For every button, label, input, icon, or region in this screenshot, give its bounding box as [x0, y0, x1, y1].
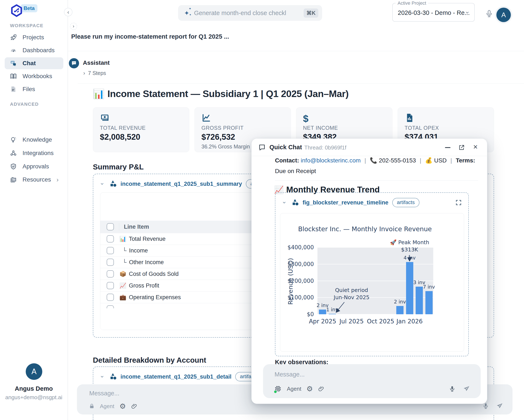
agent-mode-label[interactable]: Agent	[100, 403, 114, 410]
column-header-line-item: Line Item	[124, 223, 149, 230]
sidebar-item-resources[interactable]: Resources›	[5, 174, 63, 186]
mic-icon[interactable]	[449, 385, 455, 393]
chat-icon	[10, 60, 17, 67]
bar-Feb 2026	[416, 287, 423, 314]
search-placeholder: Generate month-end close checkl	[194, 9, 304, 17]
agent-mode-label[interactable]: Agent	[287, 386, 301, 392]
line-item-label: Total Revenue	[129, 236, 166, 242]
sidebar-item-knowledge[interactable]: Knowledge	[5, 134, 63, 146]
chevron-right-icon: ›	[57, 176, 59, 183]
terms-value: Due on Receipt	[275, 168, 316, 174]
open-in-new-window-icon[interactable]	[458, 144, 465, 151]
sidebar-item-projects[interactable]: Projects	[5, 31, 63, 43]
row-checkbox[interactable]	[107, 259, 114, 266]
bar-count-label: 7 inv	[417, 284, 441, 290]
sidebar-item-integrations[interactable]: Integrations	[5, 147, 63, 159]
contact-phone: 202-555-0153	[379, 157, 416, 164]
assistant-label: Assistant	[83, 60, 110, 66]
detail-heading: Detailed Breakdown by Account	[93, 356, 206, 364]
sidebar-item-dashboards[interactable]: Dashboards	[5, 44, 63, 56]
fullscreen-expand-icon[interactable]	[455, 199, 462, 206]
row-checkbox[interactable]	[107, 235, 114, 242]
close-icon[interactable]: ×	[473, 143, 478, 151]
steps-toggle[interactable]: › 7 Steps	[83, 70, 106, 76]
row-checkbox[interactable]	[107, 282, 114, 289]
assistant-avatar-icon	[69, 58, 79, 68]
lock-icon	[89, 403, 95, 409]
kpi-value: $2,008,520	[100, 132, 140, 142]
sidebar-item-workbooks[interactable]: Workbooks	[5, 70, 63, 82]
folders-icon	[10, 176, 17, 183]
summary-pl-heading: Summary P&L	[93, 163, 144, 171]
summary-artifact-link[interactable]: income_statement_q1_2025_sub1_summary	[121, 181, 242, 187]
send-icon[interactable]	[496, 402, 503, 410]
agent-chip-icon	[274, 385, 282, 393]
sidebar-item-label: Workbooks	[23, 73, 52, 80]
figure-artifact-container: › fig_blockster_revenue_timeline artifac…	[275, 192, 469, 356]
select-all-checkbox[interactable]	[107, 223, 114, 230]
detail-artifact-link[interactable]: income_statement_q1_2025_sub1_detail	[121, 374, 231, 380]
chart-title: Blockster Inc. — Monthly Invoice Revenue	[298, 225, 432, 233]
divider	[275, 180, 478, 180]
account-avatar[interactable]: A	[496, 8, 511, 22]
microphone-icon[interactable]	[485, 9, 493, 18]
chevron-right-icon: ›	[83, 70, 85, 76]
file-icon	[10, 86, 17, 93]
contact-label: Contact:	[275, 157, 299, 164]
divider	[68, 51, 524, 51]
user-email: angus+demo@nsgpt.ai	[0, 394, 68, 401]
tree-branch-glyph: └	[122, 259, 126, 266]
steps-label: 7 Steps	[88, 70, 106, 76]
bar-chart-emoji-icon: 📊	[93, 89, 104, 99]
bar-Jan 2026	[406, 262, 413, 314]
line-item-label: Operating Expenses	[129, 294, 181, 301]
row-checkbox[interactable]	[107, 247, 114, 254]
artifacts-badge[interactable]: artifacts	[392, 198, 419, 207]
sidebar-item-label: Approvals	[23, 163, 49, 170]
active-project-select[interactable]: Active Project 2026-03-30 - Demo - Re...…	[392, 3, 475, 22]
contact-email-link[interactable]: info@blocksterinc.com	[301, 157, 361, 164]
chevron-down-icon[interactable]: ›	[99, 374, 106, 380]
y-tick-label: $200,000	[280, 278, 314, 284]
row-checkbox[interactable]	[107, 270, 114, 277]
command-search-input[interactable]: ✦✦✦ Generate month-end close checkl ⌘K	[178, 5, 322, 21]
send-icon[interactable]	[463, 385, 470, 392]
attachment-paperclip-icon[interactable]	[131, 403, 137, 410]
quick-chat-composer[interactable]: Message... Agent ⚙	[263, 364, 481, 398]
sidebar-item-chat[interactable]: Chat	[5, 57, 63, 69]
sidebar-section-workspace: WORKSPACE	[10, 23, 43, 28]
attachment-paperclip-icon[interactable]	[318, 386, 324, 392]
kpi-label: GROSS PROFIT	[201, 125, 244, 131]
sidebar-item-label: Chat	[23, 60, 36, 67]
user-name: Angus Demo	[0, 385, 68, 392]
app-logo-icon[interactable]	[10, 4, 23, 18]
sidebar-section-advanced: ADVANCED	[10, 102, 39, 107]
row-emoji-icon: 📦	[119, 271, 126, 277]
shield-check-icon	[10, 163, 17, 170]
chevron-down-icon[interactable]: ›	[281, 199, 288, 206]
quiet-period-annotation: Quiet period Jun-Nov 2025	[324, 287, 379, 301]
chevron-down-icon: ›	[464, 11, 471, 14]
sidebar-item-label: Integrations	[23, 150, 53, 156]
sidebar-item-approvals[interactable]: Approvals	[5, 161, 63, 172]
kpi-label: NET INCOME	[303, 125, 338, 131]
kpi-label: TOTAL OPEX	[405, 125, 439, 131]
sidebar-collapse-button[interactable]: ‹	[64, 8, 72, 16]
settings-gear-icon[interactable]: ⚙	[119, 403, 126, 410]
figure-artifact-link[interactable]: fig_blockster_revenue_timeline	[303, 199, 388, 206]
chevron-down-icon[interactable]: ›	[99, 181, 106, 187]
message-placeholder: Message...	[275, 371, 305, 378]
panel-expand-button[interactable]: ›	[70, 23, 77, 30]
settings-gear-icon[interactable]: ⚙	[306, 385, 313, 392]
phone-emoji-icon: 📞	[370, 157, 377, 164]
row-checkbox[interactable]	[107, 294, 114, 301]
artifact-shapes-icon	[292, 198, 299, 207]
y-tick-label: $400,000	[280, 244, 314, 250]
sidebar-item-files[interactable]: Files	[5, 83, 63, 95]
bar-May 2025	[329, 314, 336, 314]
minimize-icon[interactable]	[445, 147, 450, 148]
quick-chat-thread-id: Thread: 0b969f1f	[304, 144, 346, 151]
user-avatar[interactable]: A	[26, 363, 42, 380]
terms-label: Terms:	[456, 157, 475, 164]
peak-month-annotation: 🚀 Peak Month $313K	[382, 239, 437, 253]
